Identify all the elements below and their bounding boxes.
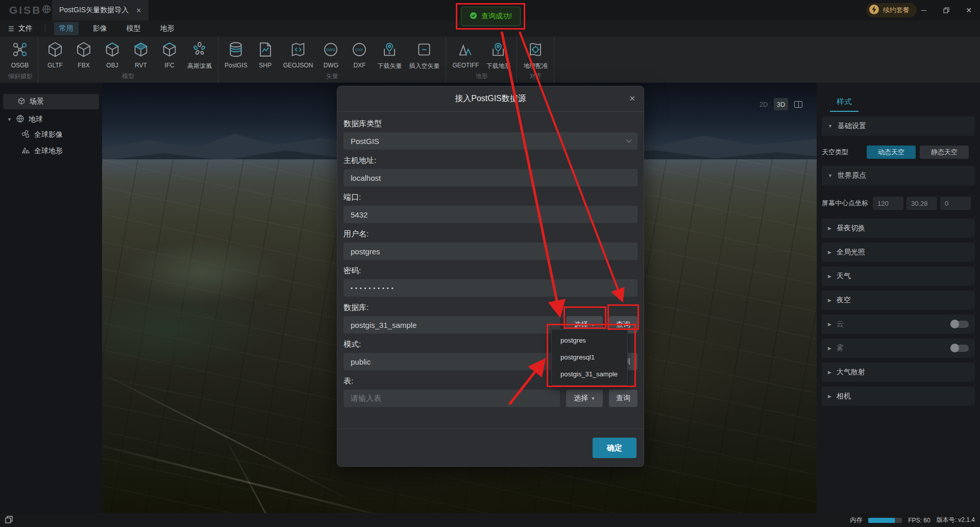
section-basic-settings[interactable]: ▼ 基础设置 bbox=[822, 116, 975, 136]
ribbon-item-地理配准[interactable]: 地理配准 bbox=[522, 41, 549, 71]
ribbon-item-高斯泼溅[interactable]: 高斯泼溅 bbox=[186, 41, 213, 71]
field-input-4[interactable]: •••••••••• bbox=[344, 279, 638, 297]
ribbon-item-label: PostGIS bbox=[225, 62, 248, 69]
document-tab[interactable]: PostGIS矢量数据导入 ✕ bbox=[52, 0, 149, 20]
field-input-6[interactable]: public bbox=[344, 353, 560, 370]
cube-icon bbox=[46, 41, 64, 60]
box-icon bbox=[104, 41, 121, 60]
status-bar: 内存 FPS: 60 版本号: v2.1.4 bbox=[0, 513, 980, 527]
view-3d-button[interactable]: 3D bbox=[774, 98, 788, 110]
ribbon-group: OSGB倾斜摄影 bbox=[3, 37, 38, 83]
split-view-button[interactable] bbox=[791, 98, 805, 110]
dialog-header: 接入PostGIS数据源 ✕ bbox=[337, 86, 644, 112]
globe-icon bbox=[16, 114, 24, 125]
ribbon-item-FBX[interactable]: FBX bbox=[72, 41, 95, 71]
ribbon-item-OSGB[interactable]: OSGB bbox=[8, 41, 32, 71]
layers-icon[interactable] bbox=[5, 516, 13, 525]
dialog-close-icon[interactable]: ✕ bbox=[629, 94, 635, 103]
field-input-5[interactable]: postgis_31_sample bbox=[344, 316, 560, 333]
scene-panel: 场景 ▼ 地球 全球影像 全球地形 bbox=[0, 83, 102, 513]
ribbon-item-DXF[interactable]: DXFDXF bbox=[348, 41, 371, 71]
ribbon-group-label: 对齐 bbox=[522, 72, 549, 81]
dropdown-item-postgres[interactable]: postgres bbox=[552, 332, 627, 349]
menu-tab-imagery[interactable]: 影像 bbox=[88, 22, 112, 35]
sky-type-label: 天空类型 bbox=[822, 148, 867, 157]
ribbon-item-SHP[interactable]: SHP bbox=[254, 41, 277, 71]
field-input-7[interactable]: 请输入表 bbox=[344, 390, 560, 407]
section-全局光照[interactable]: ▶全局光照 bbox=[822, 243, 975, 262]
select-button[interactable]: 选择▼ bbox=[566, 390, 603, 407]
document-tab-title: PostGIS矢量数据导入 bbox=[59, 6, 129, 15]
ribbon-item-下载矢量[interactable]: 下载矢量 bbox=[376, 41, 403, 71]
section-label: 全局光照 bbox=[837, 248, 969, 257]
minimize-button[interactable]: ─ bbox=[913, 0, 935, 20]
toggle-switch-off[interactable] bbox=[951, 321, 969, 328]
caret-right-icon: ▶ bbox=[828, 274, 831, 279]
ribbon-item-label: 地理配准 bbox=[523, 62, 548, 70]
menu-tab-model[interactable]: 模型 bbox=[121, 22, 146, 35]
ribbon-item-插入空矢量[interactable]: 插入空矢量 bbox=[408, 41, 440, 71]
caret-right-icon: ▶ bbox=[828, 322, 831, 327]
section-天气[interactable]: ▶天气 bbox=[822, 267, 975, 286]
restore-button[interactable] bbox=[935, 0, 958, 20]
static-sky-button[interactable]: 静态天空 bbox=[920, 146, 969, 159]
coord-x-field[interactable]: 120 bbox=[873, 197, 903, 210]
renew-plan-label: 续约套餐 bbox=[883, 6, 910, 15]
ribbon-item-下载地形[interactable]: 下载地形 bbox=[485, 41, 511, 71]
caret-right-icon: ▶ bbox=[828, 370, 831, 375]
field-input-3[interactable]: postgres bbox=[344, 243, 638, 260]
query-button[interactable]: 查询 bbox=[609, 390, 638, 407]
dwg-icon: DWG bbox=[322, 41, 339, 60]
section-world-origin[interactable]: ▼ 世界原点 bbox=[822, 166, 975, 185]
section-云[interactable]: ▶云 bbox=[822, 315, 975, 334]
tree-item-global-imagery[interactable]: 全球影像 bbox=[21, 130, 63, 140]
section-夜空[interactable]: ▶夜空 bbox=[822, 291, 975, 310]
coord-z-field[interactable]: 0 bbox=[940, 197, 971, 210]
ribbon-item-DWG[interactable]: DWGDWG bbox=[319, 41, 342, 71]
tree-item-global-terrain[interactable]: 全球地形 bbox=[21, 146, 63, 156]
caret-down-icon[interactable]: ▼ bbox=[7, 117, 12, 122]
database-type-select[interactable]: PostGIS bbox=[344, 132, 638, 150]
success-check-icon bbox=[470, 12, 477, 21]
ribbon-item-GLTF[interactable]: GLTF bbox=[43, 41, 67, 71]
dynamic-sky-button[interactable]: 动态天空 bbox=[867, 146, 916, 159]
scene-panel-header[interactable]: 场景 bbox=[3, 94, 99, 109]
tab-style[interactable]: 样式 bbox=[830, 97, 859, 112]
section-昼夜切换[interactable]: ▶昼夜切换 bbox=[822, 219, 975, 238]
ribbon-group: 地理配准对齐 bbox=[517, 37, 554, 83]
split-view-icon bbox=[794, 101, 802, 108]
field-input-1[interactable]: localhost bbox=[344, 169, 638, 186]
menu-tab-terrain[interactable]: 地形 bbox=[155, 22, 180, 35]
close-button[interactable]: ✕ bbox=[958, 0, 980, 20]
dropdown-item-postgresql1[interactable]: postgresql1 bbox=[552, 349, 627, 366]
ribbon-item-GEOTIFF[interactable]: GEOTIFF bbox=[451, 41, 480, 71]
field-input-2[interactable]: 5432 bbox=[344, 206, 638, 223]
section-大气散射[interactable]: ▶大气散射 bbox=[822, 363, 975, 382]
menu-tab-common[interactable]: 常用 bbox=[54, 22, 79, 35]
dropdown-item-postgis_31_sample[interactable]: postgis_31_sample bbox=[552, 366, 627, 382]
drone-icon bbox=[11, 41, 29, 60]
ribbon-item-GEOJSON[interactable]: GEOJSON bbox=[282, 41, 314, 71]
ok-button[interactable]: 确定 bbox=[593, 438, 636, 458]
ribbon-item-IFC[interactable]: IFC bbox=[158, 41, 181, 71]
tab-close-icon[interactable]: ✕ bbox=[136, 7, 141, 14]
renew-plan-button[interactable]: 续约套餐 bbox=[866, 3, 917, 17]
tree-item-earth[interactable]: ▼ 地球 bbox=[7, 114, 43, 125]
coord-y-field[interactable]: 30.28 bbox=[906, 197, 937, 210]
ribbon-item-PostGIS[interactable]: PostGIS bbox=[224, 41, 249, 71]
section-相机[interactable]: ▶相机 bbox=[822, 387, 975, 406]
toggle-switch-off[interactable] bbox=[951, 345, 969, 352]
section-雾[interactable]: ▶雾 bbox=[822, 339, 975, 358]
dialog-field: 端口:5432 bbox=[344, 193, 638, 223]
section-label: 夜空 bbox=[837, 296, 969, 305]
ribbon-item-OBJ[interactable]: OBJ bbox=[101, 41, 124, 71]
ribbon-group-label: 地形 bbox=[451, 72, 511, 81]
view-2d-button[interactable]: 2D bbox=[756, 98, 771, 110]
ribbon-item-RVT[interactable]: RVT bbox=[129, 41, 153, 71]
section-label: 天气 bbox=[837, 272, 969, 281]
section-label: 云 bbox=[837, 320, 946, 329]
field-label: 数据库: bbox=[344, 303, 638, 312]
version-value: 版本号: v2.1.4 bbox=[937, 516, 975, 524]
file-menu[interactable]: ☰ 文件 bbox=[0, 24, 41, 33]
download-vector-icon bbox=[381, 41, 398, 60]
